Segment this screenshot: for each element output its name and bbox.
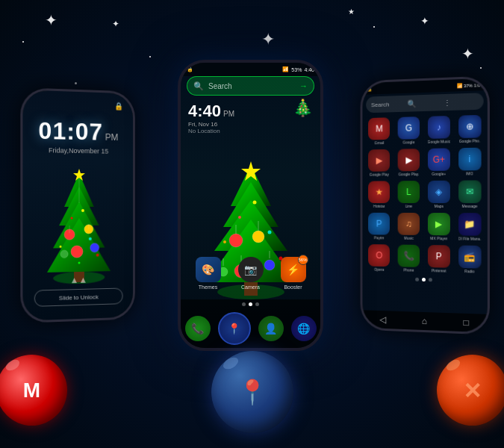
center-ornament-ball: 📍 bbox=[211, 351, 293, 433]
right-app-label: Google Play bbox=[370, 172, 389, 176]
right-app-item[interactable]: iIMO bbox=[455, 146, 484, 178]
booster-app-icon[interactable]: ⚡ 56% Booster bbox=[279, 257, 308, 294]
right-ornament-ball: ✕ bbox=[437, 355, 504, 426]
dot-star-4 bbox=[480, 67, 482, 69]
right-app-item[interactable]: ✉Message bbox=[455, 178, 484, 210]
svg-point-15 bbox=[81, 209, 84, 212]
dock-person-icon[interactable]: 👤 bbox=[258, 316, 284, 341]
center-search-bar[interactable]: 🔍 Search → bbox=[187, 76, 314, 96]
left-phone-screen: 🔒 01:07 PM Friday,November 15 bbox=[22, 90, 133, 320]
right-app-item[interactable]: PPaytm bbox=[365, 211, 393, 242]
right-app-item[interactable]: LLine bbox=[394, 179, 423, 210]
right-nav-dot-1 bbox=[415, 278, 419, 281]
svg-point-40 bbox=[267, 231, 271, 234]
right-app-item[interactable]: MGmail bbox=[365, 116, 393, 146]
right-app-label: IMO bbox=[466, 171, 473, 175]
right-app-item[interactable]: GGoogle bbox=[394, 115, 423, 146]
recents-icon[interactable]: □ bbox=[464, 317, 469, 328]
right-app-label: Radio bbox=[464, 269, 474, 273]
sparkle-star-6: ★ bbox=[348, 7, 355, 16]
right-app-icon: ▶ bbox=[428, 213, 450, 235]
right-search-icon: 🔍 bbox=[407, 99, 441, 108]
right-app-icon: P bbox=[368, 213, 390, 235]
sparkle-star-3: ✦ bbox=[261, 30, 275, 49]
right-app-label: Google Music bbox=[428, 139, 451, 144]
right-app-icon: O bbox=[368, 244, 390, 267]
svg-point-10 bbox=[60, 250, 68, 258]
right-app-icon: ⊕ bbox=[458, 115, 482, 138]
right-app-item[interactable]: ▶MX Player bbox=[424, 211, 453, 242]
center-date: Fri, Nov 16 bbox=[188, 121, 234, 128]
center-status-icon: 🔒 bbox=[187, 66, 193, 72]
svg-point-9 bbox=[90, 243, 99, 252]
dock-location-icon[interactable]: 📍 bbox=[218, 312, 251, 345]
right-status-icons: 🔒 bbox=[367, 86, 372, 91]
search-text: Search bbox=[208, 82, 299, 90]
right-app-item[interactable]: ♪Google Music bbox=[424, 114, 453, 146]
right-app-icon: ▶ bbox=[368, 149, 390, 172]
center-phone: 🔒 📶 53% 4:40 🔍 Search → 4:40 PM Fri bbox=[178, 60, 323, 351]
right-app-icon: P bbox=[428, 245, 450, 268]
slide-unlock-text: Slide to Unlock bbox=[59, 293, 99, 302]
booster-label: Booster bbox=[284, 284, 302, 290]
right-app-icon: ♫ bbox=[398, 213, 420, 235]
x-mark-icon: ✕ bbox=[463, 377, 482, 403]
right-app-item[interactable]: ▶Google Play bbox=[365, 148, 393, 178]
right-app-label: Pinterest bbox=[432, 268, 447, 273]
svg-point-38 bbox=[252, 201, 256, 205]
right-app-item[interactable]: ⊕Google Pho. bbox=[455, 113, 484, 146]
themes-label: Themes bbox=[199, 284, 217, 290]
center-location: No Location bbox=[188, 128, 234, 134]
right-app-item[interactable]: OOpera bbox=[365, 243, 393, 273]
right-app-item[interactable]: PPinterest bbox=[424, 243, 453, 275]
slide-unlock-bar[interactable]: Slide to Unlock bbox=[34, 287, 122, 306]
battery-pct: 53% bbox=[291, 67, 302, 72]
right-app-item[interactable]: 📞Phone bbox=[394, 243, 423, 274]
dot-star-1 bbox=[22, 41, 24, 43]
right-app-item[interactable]: 📁OI File Mana. bbox=[455, 211, 484, 243]
right-search-bar[interactable]: Search 🔍 ⋮ bbox=[366, 93, 484, 113]
right-app-label: Hotstar bbox=[373, 204, 385, 208]
themes-app-icon[interactable]: 🎨 Themes bbox=[194, 257, 223, 294]
center-phone-screen: 🔒 📶 53% 4:40 🔍 Search → 4:40 PM Fri bbox=[181, 63, 320, 348]
right-app-item[interactable]: G+Google+ bbox=[424, 146, 453, 178]
right-app-icon: ◈ bbox=[428, 181, 450, 203]
right-app-item[interactable]: ★Hotstar bbox=[365, 179, 393, 210]
right-app-label: Line bbox=[405, 204, 412, 208]
right-app-item[interactable]: ◈Maps bbox=[424, 179, 453, 210]
right-app-label: MX Player bbox=[430, 236, 447, 240]
home-icon[interactable]: ⌂ bbox=[422, 316, 427, 326]
right-app-label: Maps bbox=[435, 204, 444, 208]
right-app-icon: G+ bbox=[428, 148, 450, 171]
right-status-bar: 🔒 📶 37% 1:07 bbox=[362, 78, 487, 95]
right-app-item[interactable]: ▶Google Play. bbox=[394, 147, 423, 178]
center-dock: 📞 📍 👤 🌐 bbox=[181, 299, 320, 348]
center-app-row: 🎨 Themes 📷 Camera ⚡ 56% Booster bbox=[181, 257, 320, 294]
signal-icon: 📶 bbox=[282, 66, 289, 72]
dock-phone-icon[interactable]: 📞 bbox=[185, 316, 211, 341]
right-app-label: Google+ bbox=[432, 172, 446, 176]
right-app-item[interactable]: ♫Music bbox=[394, 211, 423, 242]
gmail-icon: M bbox=[23, 379, 40, 402]
dot-star-5 bbox=[75, 82, 77, 84]
right-phone: 🔒 📶 37% 1:07 Search 🔍 ⋮ MGmailGGoogle♪Go… bbox=[361, 75, 490, 335]
search-icon: 🔍 bbox=[193, 81, 204, 91]
right-app-item[interactable]: 📻Radio bbox=[455, 243, 484, 275]
right-app-label: Google Pho. bbox=[459, 138, 480, 143]
right-app-icon: G bbox=[398, 116, 420, 140]
dot-star-3 bbox=[373, 26, 375, 28]
right-app-icon: ★ bbox=[368, 181, 390, 203]
right-app-icon: i bbox=[458, 148, 482, 171]
svg-point-39 bbox=[238, 216, 241, 219]
left-ornament-ball: M bbox=[0, 355, 67, 426]
right-nav-dot-3 bbox=[429, 278, 432, 281]
svg-point-41 bbox=[223, 240, 226, 243]
sparkle-star-5: ✦ bbox=[461, 45, 474, 63]
right-app-label: Phone bbox=[403, 267, 414, 272]
back-icon[interactable]: ◁ bbox=[380, 314, 387, 325]
right-app-label: Google Play. bbox=[399, 172, 420, 176]
right-nav-dot-2 bbox=[422, 278, 426, 281]
camera-app-icon[interactable]: 📷 Camera bbox=[237, 257, 265, 294]
center-clock-time: 4:40 bbox=[188, 102, 221, 121]
dock-globe-icon[interactable]: 🌐 bbox=[291, 316, 317, 341]
